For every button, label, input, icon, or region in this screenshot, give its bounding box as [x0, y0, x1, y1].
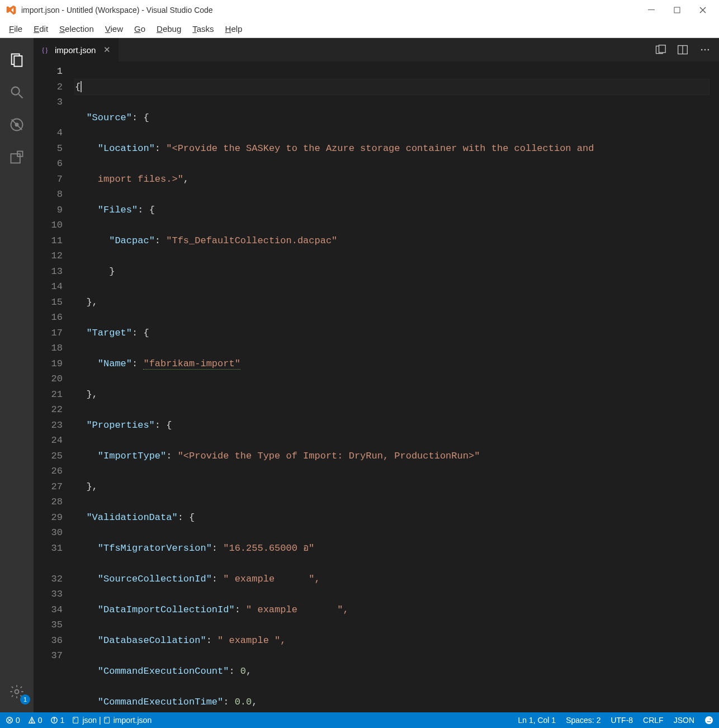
minimize-button[interactable] [638, 0, 664, 20]
status-lncol[interactable]: Ln 1, Col 1 [518, 716, 556, 725]
json-icon: {} [41, 45, 50, 54]
activitybar: 1 [0, 38, 34, 712]
more-actions-icon[interactable] [699, 44, 711, 56]
svg-rect-8 [11, 154, 20, 163]
menu-view[interactable]: View [100, 22, 129, 36]
svg-rect-13 [659, 45, 666, 53]
svg-point-4 [12, 87, 20, 95]
editor-body[interactable]: 1 23 4567 891011 12131415 16171819 20212… [34, 62, 719, 712]
svg-point-21 [31, 722, 32, 722]
svg-text:{}: {} [41, 46, 48, 54]
svg-line-5 [19, 94, 23, 98]
svg-rect-28 [105, 718, 106, 720]
feedback-icon[interactable] [704, 716, 713, 725]
maximize-button[interactable] [664, 0, 690, 20]
menu-go[interactable]: Go [129, 22, 151, 36]
status-spaces[interactable]: Spaces: 2 [566, 716, 600, 725]
svg-rect-1 [674, 7, 680, 13]
explorer-icon[interactable] [0, 44, 34, 76]
menu-selection[interactable]: Selection [54, 22, 100, 36]
extensions-icon[interactable] [0, 141, 34, 173]
status-encoding[interactable]: UTF-8 [611, 716, 633, 725]
svg-rect-27 [104, 717, 109, 724]
svg-point-29 [705, 716, 713, 724]
svg-rect-3 [14, 56, 22, 67]
breadcrumb[interactable]: json | import.json [72, 716, 152, 725]
menu-file[interactable]: File [3, 22, 28, 36]
menu-debug[interactable]: Debug [151, 22, 187, 36]
titlebar: import.json - Untitled (Workspace) - Vis… [0, 0, 719, 20]
svg-point-17 [704, 49, 706, 51]
menu-tasks[interactable]: Tasks [187, 22, 219, 36]
tabbar: {} import.json ✕ [34, 38, 719, 62]
svg-rect-26 [74, 718, 75, 720]
main: 1 {} import.json ✕ [0, 38, 719, 712]
status-info[interactable]: 1 [50, 716, 65, 725]
menu-help[interactable]: Help [220, 22, 248, 36]
svg-point-30 [707, 718, 708, 720]
window-title: import.json - Untitled (Workspace) - Vis… [21, 6, 638, 15]
code-content[interactable]: { "Source": { "Location": "<Provide the … [75, 62, 709, 712]
svg-point-24 [54, 718, 54, 719]
settings-icon[interactable]: 1 [0, 675, 34, 708]
compare-changes-icon[interactable] [654, 44, 666, 56]
svg-point-7 [15, 123, 19, 127]
minimap[interactable] [709, 62, 719, 712]
split-editor-icon[interactable] [677, 44, 689, 56]
status-lang[interactable]: JSON [674, 716, 694, 725]
debug-icon[interactable] [0, 108, 34, 141]
tab-close-icon[interactable]: ✕ [103, 45, 111, 55]
statusbar: 0 0 1 json | import.json Ln 1, Col 1 Spa… [0, 712, 719, 728]
vscode-icon [6, 4, 17, 16]
menu-edit[interactable]: Edit [28, 22, 54, 36]
settings-badge: 1 [20, 694, 30, 705]
status-eol[interactable]: CRLF [643, 716, 664, 725]
status-errors[interactable]: 0 [6, 716, 20, 725]
tab-label: import.json [55, 45, 96, 55]
close-button[interactable] [690, 0, 716, 20]
svg-point-18 [708, 49, 709, 51]
line-numbers: 1 23 4567 891011 12131415 16171819 20212… [34, 62, 75, 712]
search-icon[interactable] [0, 76, 34, 108]
status-warnings[interactable]: 0 [28, 716, 42, 725]
svg-rect-25 [73, 717, 78, 724]
svg-point-16 [701, 49, 703, 51]
tab-import-json[interactable]: {} import.json ✕ [34, 38, 119, 62]
svg-rect-0 [648, 10, 655, 10]
svg-point-31 [710, 718, 711, 720]
menubar: File Edit Selection View Go Debug Tasks … [0, 20, 719, 38]
editor-area: {} import.json ✕ 1 23 [34, 38, 719, 712]
svg-point-10 [15, 690, 19, 694]
